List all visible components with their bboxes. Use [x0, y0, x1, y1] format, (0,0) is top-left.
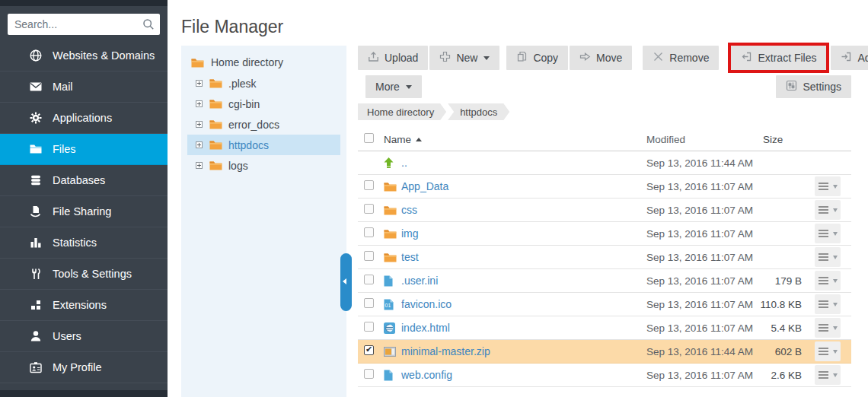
sidebar-item-mail[interactable]: Mail	[0, 71, 168, 103]
table-row: web.config Sep 13, 2016 11:07 AM 2.6 KB	[358, 364, 851, 387]
settings-button[interactable]: Settings	[776, 75, 851, 98]
expand-icon[interactable]	[196, 141, 203, 148]
file-name-link[interactable]: favicon.ico	[401, 298, 452, 310]
row-menu-button[interactable]	[815, 200, 841, 220]
row-checkbox[interactable]	[364, 251, 374, 261]
tree-item-httpdocs[interactable]: httpdocs	[187, 135, 340, 155]
search-input[interactable]	[8, 14, 160, 35]
column-header-name[interactable]: Name	[384, 134, 635, 145]
gear-icon	[29, 111, 43, 125]
upload-icon	[368, 51, 379, 65]
row-menu-button[interactable]	[815, 294, 841, 314]
expand-icon[interactable]	[196, 162, 203, 169]
folder-icon	[384, 205, 397, 215]
file-name-link[interactable]: ..	[401, 157, 407, 169]
row-menu-button[interactable]	[815, 176, 841, 196]
row-menu-button[interactable]	[815, 365, 841, 385]
row-modified: Sep 13, 2016 11:07 AM	[635, 252, 757, 263]
move-button[interactable]: Move	[570, 46, 632, 70]
file-name-link[interactable]: minimal-master.zip	[401, 345, 490, 357]
row-size: 179 B	[757, 275, 809, 287]
row-size: 110.8 KB	[757, 299, 809, 310]
settings-sliders-icon	[786, 80, 797, 94]
row-checkbox[interactable]	[364, 322, 374, 332]
row-checkbox[interactable]	[364, 227, 374, 237]
file-name-link[interactable]: web.config	[401, 369, 452, 381]
sidebar-bottom-strip	[0, 390, 168, 397]
column-header-modified[interactable]: Modified	[635, 134, 757, 145]
sidebar-item-websites-domains[interactable]: Websites & Domains	[0, 40, 168, 71]
row-checkbox[interactable]	[364, 298, 374, 308]
tree-collapse-handle[interactable]	[340, 253, 352, 311]
sidebar-item-label: Mail	[53, 81, 73, 93]
expand-icon[interactable]	[196, 100, 203, 107]
file-name-link[interactable]: img	[401, 227, 419, 240]
tree-item-logs[interactable]: logs	[187, 155, 340, 176]
expand-icon[interactable]	[196, 121, 203, 128]
row-checkbox[interactable]	[364, 345, 374, 355]
row-checkbox[interactable]	[364, 275, 374, 284]
row-menu-button[interactable]	[815, 341, 841, 361]
breadcrumb-httpdocs[interactable]: httpdocs	[448, 103, 509, 120]
sidebar-item-file-sharing[interactable]: File Sharing	[0, 196, 168, 227]
tree-item-label: cgi-bin	[228, 98, 260, 110]
select-all-checkbox[interactable]	[364, 133, 374, 143]
add-to-archive-button[interactable]: Add to Archive	[831, 46, 868, 70]
more-button[interactable]: More	[365, 75, 422, 98]
sidebar-item-label: Websites & Domains	[53, 49, 155, 62]
breadcrumb-home-directory[interactable]: Home directory	[358, 103, 446, 120]
sidebar-item-tools-settings[interactable]: Tools & Settings	[0, 259, 168, 290]
up-icon	[384, 157, 394, 168]
file-name-link[interactable]: test	[401, 251, 419, 263]
tree-item-cgi-bin[interactable]: cgi-bin	[187, 94, 340, 114]
search-icon[interactable]	[142, 18, 155, 33]
copy-button[interactable]: Copy	[506, 46, 568, 70]
row-checkbox[interactable]	[364, 180, 374, 190]
column-header-size[interactable]: Size	[757, 134, 809, 145]
sidebar-item-files[interactable]: Files	[0, 134, 168, 165]
chevron-down-icon	[833, 279, 838, 283]
sidebar-item-statistics[interactable]: Statistics	[0, 227, 168, 259]
upload-button[interactable]: Upload	[358, 46, 428, 70]
sort-asc-icon	[416, 138, 422, 141]
globe-icon	[29, 49, 43, 62]
sidebar-item-databases[interactable]: Databases	[0, 165, 168, 196]
expand-icon[interactable]	[196, 80, 203, 87]
extract-files-button[interactable]: Extract Files	[731, 46, 826, 70]
table-row: index.html Sep 13, 2016 11:07 AM 5.4 KB	[358, 316, 851, 340]
folder-icon	[384, 182, 397, 192]
remove-x-icon	[653, 51, 664, 65]
folder-icon	[209, 140, 222, 150]
row-menu-button[interactable]	[815, 271, 841, 291]
row-checkbox[interactable]	[364, 369, 374, 379]
table-row: .. Sep 13, 2016 11:44 AM	[358, 151, 851, 175]
menu-bars-icon	[819, 253, 828, 261]
sidebar-item-applications[interactable]: Applications	[0, 103, 168, 134]
chevron-down-icon	[833, 303, 838, 306]
sidebar-item-users[interactable]: Users	[0, 321, 168, 352]
new-button[interactable]: New	[429, 46, 499, 70]
file-name-link[interactable]: css	[401, 204, 417, 216]
sidebar-item-extensions[interactable]: Extensions	[0, 290, 168, 321]
menu-bars-icon	[819, 183, 828, 190]
sidebar-item-my-profile[interactable]: My Profile	[0, 352, 168, 383]
menu-bars-icon	[819, 206, 828, 214]
tree-item-home-directory[interactable]: Home directory	[181, 52, 346, 73]
remove-button[interactable]: Remove	[643, 46, 719, 70]
menu-bars-icon	[819, 230, 828, 237]
folder-icon	[191, 58, 204, 68]
file-name-link[interactable]: index.html	[401, 322, 450, 334]
file-name-link[interactable]: App_Data	[401, 180, 448, 192]
row-menu-button[interactable]	[815, 318, 841, 338]
file-icon	[384, 370, 393, 381]
file-name-link[interactable]: .user.ini	[401, 275, 438, 287]
chevron-down-icon	[833, 373, 838, 377]
breadcrumb: Home directory httpdocs	[358, 103, 851, 120]
row-checkbox[interactable]	[364, 204, 374, 214]
tree-item--plesk[interactable]: .plesk	[187, 73, 340, 94]
row-menu-button[interactable]	[815, 224, 841, 243]
tree-item-label: logs	[228, 160, 248, 172]
copy-icon	[516, 51, 528, 65]
row-menu-button[interactable]	[815, 247, 841, 267]
tree-item-error-docs[interactable]: error_docs	[187, 114, 340, 135]
